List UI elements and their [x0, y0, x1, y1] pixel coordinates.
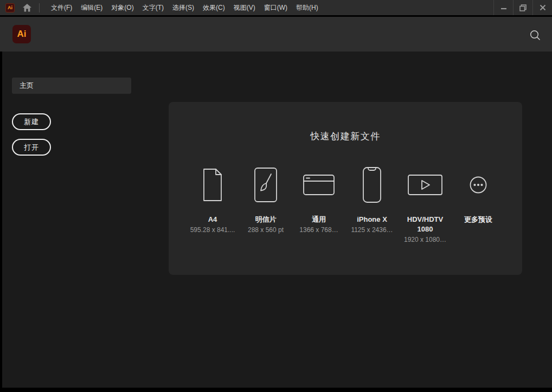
- restore-icon[interactable]: [514, 0, 532, 15]
- title-bar: Ai 文件(F) 编辑(E) 对象(O) 文字(T) 选择(S) 效果(C) 视…: [0, 0, 552, 15]
- app-header: Ai: [0, 17, 552, 52]
- open-button[interactable]: 打开: [12, 139, 51, 156]
- sidebar-item-home[interactable]: 主页: [12, 78, 131, 94]
- video-play-icon: [407, 166, 443, 203]
- preset-card-hdv-hdtv-1080[interactable]: HDV/HDTV 1080 1920 x 1080…: [399, 166, 452, 244]
- preset-card-a4[interactable]: A4 595.28 x 841....: [186, 166, 239, 244]
- search-icon[interactable]: [529, 29, 541, 41]
- minimize-icon[interactable]: [494, 0, 513, 15]
- new-button[interactable]: 新建: [12, 113, 51, 130]
- preset-name: 明信片: [254, 215, 278, 224]
- app-logo-icon: Ai: [12, 25, 31, 43]
- quickstart-panel: 快速创建新文件 A4 595.28 x 841....: [169, 102, 522, 275]
- menu-type[interactable]: 文字(T): [138, 0, 168, 15]
- titlebar-separator: [39, 3, 40, 12]
- menu-help[interactable]: 帮助(H): [292, 0, 323, 15]
- menu-object[interactable]: 对象(O): [107, 0, 138, 15]
- close-icon[interactable]: [533, 0, 552, 15]
- menu-file[interactable]: 文件(F): [47, 0, 76, 15]
- menu-select[interactable]: 选择(S): [168, 0, 198, 15]
- preset-name: iPhone X: [356, 215, 388, 224]
- preset-card-postcard[interactable]: 明信片 288 x 560 pt: [239, 166, 292, 244]
- preset-dimensions: 1125 x 2436…: [351, 226, 393, 234]
- menu-effect[interactable]: 效果(C): [198, 0, 229, 15]
- preset-name: 更多预设: [463, 215, 493, 224]
- home-tab-label: 主页: [20, 81, 34, 91]
- home-screen: 主页 新建 打开 快速创建新文件 A4 595.28 x 841....: [0, 52, 552, 388]
- browser-window-icon: [303, 166, 335, 203]
- menu-view[interactable]: 视图(V): [229, 0, 260, 15]
- more-ellipsis-icon: [469, 166, 487, 203]
- preset-name: 通用: [311, 215, 327, 224]
- preset-dimensions: 1920 x 1080…: [404, 236, 446, 244]
- preset-dimensions: 1366 x 768…: [299, 226, 338, 234]
- quickstart-title: 快速创建新文件: [169, 130, 522, 143]
- postcard-brush-icon: [254, 166, 278, 203]
- menu-edit[interactable]: 编辑(E): [76, 0, 107, 15]
- preset-card-more-presets[interactable]: 更多预设: [452, 166, 505, 244]
- phone-icon: [362, 166, 382, 203]
- preset-cards-row: A4 595.28 x 841.... 明信片 288 x 560 pt: [169, 166, 522, 244]
- preset-dimensions: 288 x 560 pt: [248, 226, 284, 234]
- menu-bar: 文件(F) 编辑(E) 对象(O) 文字(T) 选择(S) 效果(C) 视图(V…: [47, 0, 323, 15]
- document-icon: [202, 166, 223, 203]
- home-icon[interactable]: [22, 3, 32, 12]
- preset-dimensions: 595.28 x 841....: [190, 226, 235, 234]
- window-controls: [493, 0, 552, 15]
- app-logo-small-icon: Ai: [5, 3, 15, 12]
- menu-window[interactable]: 窗口(W): [260, 0, 292, 15]
- preset-name: A4: [207, 215, 219, 224]
- preset-card-web[interactable]: 通用 1366 x 768…: [292, 166, 345, 244]
- preset-name: HDV/HDTV 1080: [399, 215, 452, 234]
- preset-card-iphone-x[interactable]: iPhone X 1125 x 2436…: [345, 166, 399, 244]
